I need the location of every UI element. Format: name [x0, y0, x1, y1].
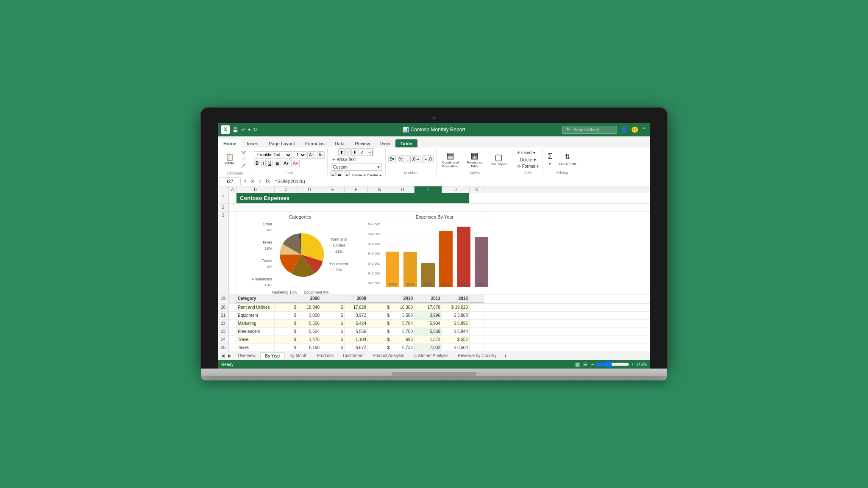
cell-a23[interactable]: [229, 328, 236, 336]
sheet-tab-customers[interactable]: Customers: [338, 352, 368, 359]
custom-dropdown[interactable]: Custom ▾: [331, 163, 382, 171]
tab-formulas[interactable]: Formulas: [300, 139, 330, 147]
cell-b23[interactable]: Freelancers: [236, 328, 275, 336]
delete-cells-btn[interactable]: - Delete ▾: [516, 156, 540, 163]
col-header-h[interactable]: H: [391, 186, 415, 193]
font-increase-btn[interactable]: A+: [307, 151, 316, 159]
align-left-btn[interactable]: ≡: [330, 172, 336, 176]
underline-btn[interactable]: U: [267, 160, 273, 167]
text-rotate-btn[interactable]: ⤢: [359, 148, 365, 156]
fill-color-btn[interactable]: A▾: [282, 160, 290, 167]
sheet-tab-customer-analysis[interactable]: Customer Analysis: [409, 352, 453, 359]
cell-h25[interactable]: 6,732: [391, 344, 415, 351]
zoom-out-btn[interactable]: −: [591, 361, 594, 367]
tab-data[interactable]: Data: [330, 139, 350, 147]
cell-j25[interactable]: $ 6,504: [442, 344, 470, 351]
copy-btn[interactable]: 📄: [238, 156, 248, 162]
cell-k20[interactable]: [470, 304, 484, 311]
cell-b25[interactable]: Taxes: [236, 344, 275, 351]
redo-btn[interactable]: ↻: [253, 127, 257, 133]
cell-ref-input[interactable]: [220, 177, 241, 185]
cell-b1[interactable]: Contoso Expenses: [236, 193, 470, 203]
insert-cells-btn[interactable]: + Insert ▾: [516, 149, 540, 156]
cell-g23[interactable]: $: [368, 328, 391, 336]
cell-j24[interactable]: $ 552: [442, 336, 470, 344]
col-header-a[interactable]: A: [229, 186, 236, 193]
cell-d22[interactable]: 5,556: [298, 320, 321, 327]
comma-btn[interactable]: ,: [405, 155, 409, 163]
format-painter-btn[interactable]: 🖌️: [238, 163, 248, 169]
cell-e21[interactable]: $: [321, 312, 345, 319]
font-name-select[interactable]: Franklin Got...: [254, 151, 292, 159]
cell-i21[interactable]: 3,996: [415, 312, 442, 319]
cell-a3[interactable]: [229, 212, 236, 294]
cell-c20[interactable]: $: [275, 304, 298, 311]
wrap-text-btn[interactable]: ↵ Wrap Text: [331, 157, 357, 162]
cell-i25[interactable]: 7,032: [415, 344, 442, 351]
sheet-tab-revenue[interactable]: Revenue by Country: [453, 352, 501, 359]
cell-a21[interactable]: [229, 312, 236, 319]
formula-expand-btn[interactable]: ⬆: [242, 179, 248, 183]
percent-btn[interactable]: %: [397, 155, 404, 163]
cell-k22[interactable]: [470, 320, 484, 327]
font-size-select[interactable]: 10: [293, 151, 306, 159]
col-header-i[interactable]: I: [415, 186, 442, 193]
cell-f21[interactable]: 3,972: [345, 312, 368, 319]
cell-a25[interactable]: [229, 344, 236, 351]
smile-icon[interactable]: 🙂: [631, 126, 638, 133]
cell-b19[interactable]: Category: [236, 295, 275, 303]
tab-next-btn[interactable]: ▶: [226, 352, 233, 359]
cell-b24[interactable]: Travel: [236, 336, 275, 344]
format-cells-btn[interactable]: ⚙ Format ▾: [516, 164, 540, 169]
align-center-btn[interactable]: ☰: [336, 172, 343, 176]
sheet-tab-by-year[interactable]: By Year: [260, 352, 285, 359]
cell-i22[interactable]: 5,904: [415, 320, 442, 327]
font-color-btn[interactable]: A▾: [291, 160, 300, 167]
cell-k19[interactable]: [470, 295, 484, 303]
sum-btn[interactable]: Σ ▾: [545, 151, 554, 167]
tab-home[interactable]: Home: [218, 139, 242, 147]
cell-a20[interactable]: [229, 304, 236, 311]
cell-j20[interactable]: $ 19,020: [442, 304, 470, 311]
cell-f22[interactable]: 5,424: [345, 320, 368, 327]
account-icon[interactable]: 👤: [620, 126, 628, 133]
tab-prev-btn[interactable]: ◀: [220, 352, 226, 359]
cell-g25[interactable]: $: [368, 344, 391, 351]
cell-e20[interactable]: $: [321, 304, 345, 311]
cell-styles-btn[interactable]: ▢ Cell Styles: [487, 151, 510, 167]
cell-g22[interactable]: $: [368, 320, 391, 327]
col-header-f[interactable]: F: [345, 186, 368, 193]
cell-i20[interactable]: 17,678: [415, 304, 442, 311]
cell-j21[interactable]: $ 3,888: [442, 312, 470, 319]
cell-j23[interactable]: $ 5,844: [442, 328, 470, 336]
cell-g21[interactable]: $: [368, 312, 391, 319]
col-header-k[interactable]: K: [470, 186, 484, 193]
cell-a19[interactable]: [229, 295, 236, 303]
cell-b20[interactable]: Rent and Utilities: [236, 304, 275, 311]
cell-c23[interactable]: $: [275, 328, 298, 336]
currency-btn[interactable]: $▾: [388, 155, 396, 163]
grid-container[interactable]: A B C D E F G H I J K: [218, 186, 650, 351]
cell-k21[interactable]: [470, 312, 484, 319]
cell-c24[interactable]: $: [275, 336, 298, 344]
cell-f24[interactable]: 1,104: [345, 336, 368, 344]
cell-i23[interactable]: 5,568: [415, 328, 442, 336]
cell-h20[interactable]: 16,368: [391, 304, 415, 311]
cell-c21[interactable]: $: [275, 312, 298, 319]
cell-g20[interactable]: $: [368, 304, 391, 311]
col-header-j[interactable]: J: [442, 186, 470, 193]
cell-b2[interactable]: [229, 204, 487, 211]
align-right-btn[interactable]: ≡: [344, 172, 350, 176]
cell-g19[interactable]: [368, 295, 391, 303]
align-bottom-btn[interactable]: ⬇: [351, 148, 358, 156]
merge-center-btn[interactable]: Merge & Center ▾: [350, 172, 383, 176]
undo-btn[interactable]: ↩: [241, 127, 245, 133]
cell-d24[interactable]: 1,476: [298, 336, 321, 344]
cell-k23[interactable]: [470, 328, 484, 336]
cell-h22[interactable]: 5,784: [391, 320, 415, 327]
page-layout-view-btn[interactable]: ⊟: [583, 361, 587, 367]
cell-e19[interactable]: [321, 295, 345, 303]
col-header-e[interactable]: E: [321, 186, 345, 193]
zoom-slider[interactable]: [595, 361, 629, 368]
cell-f25[interactable]: 6,672: [345, 344, 368, 351]
